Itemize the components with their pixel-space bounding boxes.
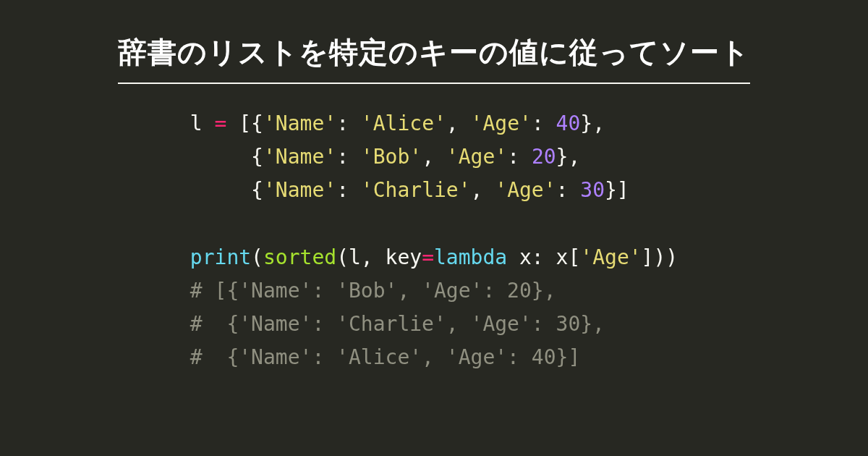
code-token: }] — [605, 178, 629, 202]
code-block: l = [{'Name': 'Alice', 'Age': 40}, {'Nam… — [190, 107, 678, 375]
title-heading: 辞書のリストを特定のキーの値に従ってソート — [118, 33, 750, 84]
code-token: 'Name' — [263, 111, 336, 135]
code-token: 30 — [580, 178, 605, 202]
code-token: , — [471, 178, 495, 202]
code-token: , — [446, 111, 471, 135]
code-token: ])) — [642, 245, 678, 269]
code-token: 'Age' — [446, 145, 507, 169]
code-token: 'Charlie' — [361, 178, 471, 202]
code-token: lambda — [434, 245, 507, 269]
code-token: }, — [580, 111, 605, 135]
code-token: , — [422, 145, 446, 169]
code-token: : — [532, 111, 556, 135]
code-token: 'Age' — [580, 245, 641, 269]
code-token: (l, key — [336, 245, 422, 269]
code-token: : — [336, 145, 361, 169]
code-token — [203, 111, 215, 135]
code-token: 'Alice' — [361, 111, 446, 135]
code-comment: # {'Name': 'Alice', 'Age': 40}] — [190, 345, 580, 369]
code-token: : — [336, 111, 361, 135]
code-token: l — [190, 111, 203, 135]
code-token: 'Age' — [471, 111, 532, 135]
code-token: 'Name' — [263, 178, 336, 202]
code-token: 'Age' — [495, 178, 556, 202]
code-token: ( — [251, 245, 263, 269]
code-token: : — [336, 178, 361, 202]
code-token: = — [215, 111, 227, 135]
code-token: { — [190, 145, 263, 169]
code-token: 'Name' — [263, 145, 336, 169]
code-token: print — [190, 245, 251, 269]
code-token: 40 — [556, 111, 581, 135]
code-token: { — [190, 178, 263, 202]
code-comment: # {'Name': 'Charlie', 'Age': 30}, — [190, 312, 605, 336]
code-token: sorted — [263, 245, 336, 269]
code-comment: # [{'Name': 'Bob', 'Age': 20}, — [190, 279, 556, 303]
code-token: [{ — [226, 111, 263, 135]
code-token: 20 — [532, 145, 556, 169]
code-token: = — [422, 245, 434, 269]
code-token: : — [507, 145, 532, 169]
code-token: 'Bob' — [361, 145, 422, 169]
code-token: : — [556, 178, 581, 202]
code-token: x: x[ — [507, 245, 580, 269]
code-token: }, — [556, 145, 581, 169]
